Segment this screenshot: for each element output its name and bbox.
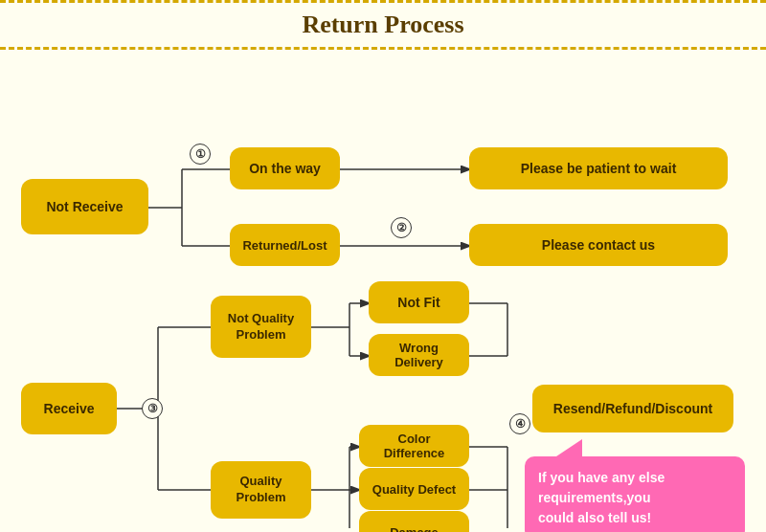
resend-btn: Resend/Refund/Discount [532, 385, 733, 432]
patient-wait-btn: Please be patient to wait [469, 147, 728, 189]
quality-defect-btn: Quality Defect [359, 468, 469, 510]
returned-lost-btn: Returned/Lost [230, 224, 340, 266]
quality-problem-btn: Quality Problem [211, 461, 311, 519]
speech-bubble: If you have any else requirements,you co… [525, 456, 745, 532]
on-the-way-btn: On the way [230, 147, 340, 189]
not-quality-problem-btn: Not Quality Problem [211, 296, 311, 358]
badge-three: ③ [142, 398, 163, 419]
color-difference-btn: Color Difference [359, 425, 469, 467]
damage-btn: Damage [359, 511, 469, 532]
not-receive-btn: Not Receive [21, 179, 148, 234]
page-title: Return Process [0, 11, 766, 39]
receive-btn: Receive [21, 383, 117, 434]
badge-two: ② [391, 217, 412, 238]
contact-us-btn: Please contact us [469, 224, 728, 266]
wrong-delivery-btn: Wrong Delivery [369, 334, 469, 376]
badge-four: ④ [509, 413, 530, 434]
header: Return Process [0, 0, 766, 50]
not-fit-btn: Not Fit [369, 281, 469, 323]
diagram: Not Receive On the way Returned/Lost Ple… [0, 59, 766, 528]
speech-text: If you have any else requirements,you co… [538, 470, 665, 525]
badge-one: ① [190, 144, 211, 165]
